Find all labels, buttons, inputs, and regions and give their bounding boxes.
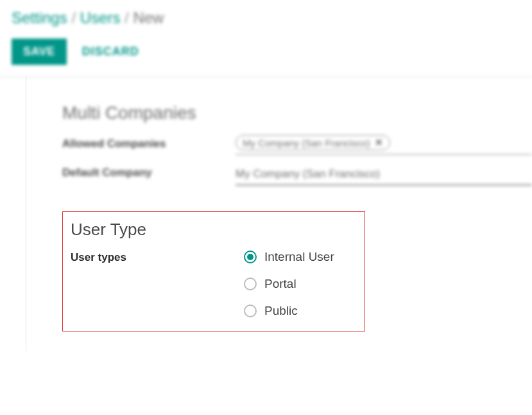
radio-icon bbox=[244, 278, 257, 290]
radio-label-public: Public bbox=[264, 304, 298, 318]
user-types-label: User types bbox=[71, 250, 244, 318]
default-company-row: Default Company My Company (San Francisc… bbox=[62, 164, 532, 186]
radio-label-portal: Portal bbox=[264, 277, 296, 291]
radio-option-internal[interactable]: Internal User bbox=[244, 250, 334, 264]
breadcrumb-separator: / bbox=[124, 9, 133, 26]
radio-dot-icon bbox=[247, 254, 253, 260]
radio-label-internal: Internal User bbox=[264, 250, 334, 264]
allowed-companies-row: Allowed Companies My Company (San Franci… bbox=[62, 135, 532, 155]
multi-companies-title: Multi Companies bbox=[62, 103, 532, 123]
user-type-row: User types Internal User Portal Public bbox=[71, 250, 354, 318]
radio-option-portal[interactable]: Portal bbox=[244, 277, 334, 291]
allowed-companies-label: Allowed Companies bbox=[62, 135, 236, 150]
breadcrumb-settings[interactable]: Settings bbox=[12, 9, 67, 26]
breadcrumb-separator: / bbox=[71, 9, 80, 26]
discard-button[interactable]: DISCARD bbox=[82, 45, 139, 58]
allowed-companies-tag-input[interactable]: My Company (San Francisco) ✕ bbox=[236, 135, 532, 155]
breadcrumb-current: New bbox=[133, 9, 164, 26]
save-button[interactable]: SAVE bbox=[12, 39, 67, 65]
breadcrumb: Settings / Users / New bbox=[12, 9, 520, 27]
default-company-label: Default Company bbox=[62, 164, 236, 179]
company-tag-label: My Company (San Francisco) bbox=[243, 137, 370, 148]
default-company-select[interactable]: My Company (San Francisco) bbox=[236, 164, 532, 186]
user-type-section: User Type User types Internal User Porta… bbox=[62, 211, 365, 331]
close-icon[interactable]: ✕ bbox=[375, 137, 383, 148]
multi-companies-section: Multi Companies Allowed Companies My Com… bbox=[62, 103, 532, 186]
radio-icon bbox=[244, 305, 257, 317]
default-company-control[interactable]: My Company (San Francisco) bbox=[236, 164, 532, 186]
allowed-companies-control[interactable]: My Company (San Francisco) ✕ bbox=[236, 135, 532, 155]
header-area: Settings / Users / New SAVE DISCARD bbox=[0, 0, 532, 77]
user-type-radio-group: Internal User Portal Public bbox=[244, 250, 334, 318]
company-tag[interactable]: My Company (San Francisco) ✕ bbox=[236, 135, 390, 150]
radio-option-public[interactable]: Public bbox=[244, 304, 334, 318]
user-type-title: User Type bbox=[71, 220, 354, 240]
form-card: Multi Companies Allowed Companies My Com… bbox=[26, 77, 532, 351]
radio-icon bbox=[244, 251, 257, 263]
toolbar: SAVE DISCARD bbox=[12, 39, 520, 65]
breadcrumb-users[interactable]: Users bbox=[80, 9, 121, 26]
